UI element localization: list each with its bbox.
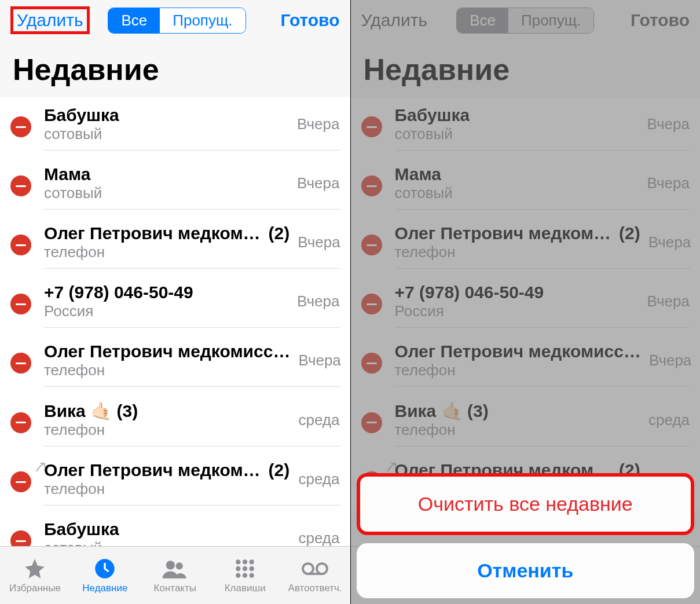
contact-sub: сотовый <box>44 184 289 202</box>
delete-minus-icon[interactable] <box>361 235 382 255</box>
call-time: Вчера <box>647 115 690 133</box>
contacts-icon <box>162 557 188 580</box>
cancel-button[interactable]: Отменить <box>357 543 695 598</box>
call-time: Вчера <box>648 233 691 251</box>
recents-list: Бабушка сотовый Вчера Мама сотовый Вчера <box>0 97 350 570</box>
delete-minus-icon[interactable] <box>10 412 31 433</box>
delete-minus-icon[interactable] <box>361 175 382 196</box>
call-time: среда <box>648 411 690 429</box>
clock-icon <box>93 557 116 580</box>
call-count: (2) <box>619 224 640 243</box>
delete-minus-icon[interactable] <box>10 116 31 137</box>
call-count: (2) <box>269 460 290 480</box>
contact-name: Вика 🤙🏻 (3) <box>44 401 138 421</box>
navbar: Удалить Все Пропущ. Готово <box>351 0 701 41</box>
contact-sub: сотовый <box>395 184 639 202</box>
seg-missed[interactable]: Пропущ. <box>508 8 593 33</box>
contact-sub: Россия <box>44 302 289 320</box>
svg-point-11 <box>250 573 254 577</box>
delete-minus-icon[interactable] <box>10 235 31 255</box>
delete-button[interactable]: Удалить <box>10 6 90 34</box>
seg-all[interactable]: Все <box>108 8 160 33</box>
svg-point-10 <box>243 573 247 577</box>
list-item[interactable]: Вика 🤙🏻 (3) телефон среда <box>0 393 350 452</box>
list-item[interactable]: Олег Петрович медкомисс…телефонВчера <box>351 334 701 393</box>
call-time: Вчера <box>298 233 340 251</box>
contact-sub: телефон <box>44 421 291 439</box>
list-item[interactable]: МамасотовыйВчера <box>351 156 701 215</box>
delete-minus-icon[interactable] <box>361 294 382 314</box>
delete-minus-icon[interactable] <box>361 412 382 433</box>
call-time: Вчера <box>647 292 690 310</box>
screen-right: Удалить Все Пропущ. Готово Недавние Бабу… <box>350 0 701 604</box>
contact-name: Олег Петрович медком… <box>395 224 611 243</box>
svg-point-7 <box>243 566 247 570</box>
svg-point-3 <box>236 559 240 564</box>
list-item[interactable]: Мама сотовый Вчера <box>0 156 350 215</box>
svg-point-2 <box>176 562 183 569</box>
call-time: Вчера <box>297 115 339 133</box>
contact-sub: телефон <box>44 480 291 498</box>
delete-button[interactable]: Удалить <box>361 10 428 30</box>
tab-voicemail[interactable]: Автоответч. <box>280 557 350 594</box>
segmented-control[interactable]: Все Пропущ. <box>456 8 594 34</box>
list-item[interactable]: Бабушка сотовый Вчера <box>0 97 350 156</box>
seg-missed[interactable]: Пропущ. <box>160 8 245 33</box>
contact-name: Олег Петрович медком… <box>44 460 261 480</box>
contact-name: Бабушка <box>44 519 119 539</box>
page-title: Недавние <box>0 41 350 97</box>
contact-sub: телефон <box>395 361 641 379</box>
list-item[interactable]: Олег Петрович медком…(2) телефон среда <box>0 452 350 511</box>
list-item[interactable]: Олег Петрович медком…(2) телефон Вчера <box>0 215 350 274</box>
action-sheet: Очистить все недавние Отменить <box>357 465 695 598</box>
contact-name: Бабушка <box>44 105 119 125</box>
list-item[interactable]: Вика 🤙🏻 (3)телефонсреда <box>351 393 701 452</box>
call-time: Вчера <box>647 174 690 192</box>
contact-name: Олег Петрович медком… <box>44 224 261 243</box>
delete-minus-icon[interactable] <box>361 116 382 137</box>
tab-contacts[interactable]: Контакты <box>140 557 210 594</box>
svg-point-5 <box>250 559 254 564</box>
contact-sub: сотовый <box>44 125 289 143</box>
contact-sub: Россия <box>395 302 639 320</box>
delete-minus-icon[interactable] <box>10 471 31 492</box>
svg-point-1 <box>166 561 175 569</box>
contact-name: Бабушка <box>395 105 470 125</box>
delete-minus-icon[interactable] <box>10 294 31 314</box>
call-time: Вчера <box>298 352 340 369</box>
list-item[interactable]: Олег Петрович медкомисс… телефон Вчера <box>0 334 350 393</box>
contact-sub: телефон <box>44 243 289 261</box>
tab-favorites[interactable]: Избранные <box>0 557 70 594</box>
voicemail-icon <box>301 557 329 580</box>
contact-sub: телефон <box>44 361 290 379</box>
list-item[interactable]: +7 (978) 046-50-49РоссияВчера <box>351 274 701 334</box>
call-time: Вчера <box>297 174 339 192</box>
delete-minus-icon[interactable] <box>10 353 31 374</box>
svg-point-6 <box>236 566 240 570</box>
recents-list: БабушкасотовыйВчера МамасотовыйВчера Оле… <box>351 97 701 511</box>
call-time: среда <box>299 470 340 488</box>
tab-label: Клавиши <box>225 583 266 594</box>
star-icon <box>23 557 46 580</box>
screen-left: Удалить Все Пропущ. Готово Недавние Бабу… <box>0 0 350 604</box>
clear-all-button[interactable]: Очистить все недавние <box>357 473 695 535</box>
svg-point-9 <box>236 573 240 577</box>
delete-minus-icon[interactable] <box>10 175 31 196</box>
list-item[interactable]: Олег Петрович медком…(2)телефонВчера <box>351 215 701 274</box>
svg-point-13 <box>317 563 327 574</box>
tab-label: Контакты <box>154 583 196 594</box>
seg-all[interactable]: Все <box>457 8 508 33</box>
tab-recents[interactable]: Недавние <box>70 557 140 594</box>
tab-bar: Избранные Недавние Контакты Клавиши <box>0 546 350 604</box>
tab-keypad[interactable]: Клавиши <box>210 557 280 594</box>
done-button[interactable]: Готово <box>280 10 339 30</box>
list-item[interactable]: БабушкасотовыйВчера <box>351 97 701 156</box>
tab-label: Избранные <box>9 583 61 594</box>
contact-name: Мама <box>395 164 442 184</box>
done-button[interactable]: Готово <box>631 10 690 30</box>
contact-name: Олег Петрович медкомисс… <box>44 342 290 361</box>
contact-sub: телефон <box>395 421 641 439</box>
list-item[interactable]: +7 (978) 046-50-49 Россия Вчера <box>0 274 350 334</box>
delete-minus-icon[interactable] <box>361 353 382 374</box>
segmented-control[interactable]: Все Пропущ. <box>108 8 245 34</box>
